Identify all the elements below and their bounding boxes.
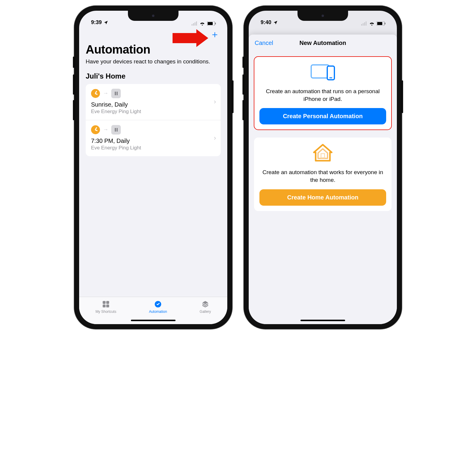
tab-label: Gallery	[200, 310, 211, 314]
tab-label: Automation	[149, 310, 167, 314]
tab-label: My Shortcuts	[95, 310, 116, 314]
home-indicator[interactable]	[131, 320, 176, 321]
svg-rect-6	[215, 23, 216, 24]
devices-icon	[309, 63, 336, 82]
svg-rect-2	[195, 22, 195, 26]
cellular-icon	[361, 21, 367, 26]
svg-rect-1	[193, 23, 194, 26]
location-icon	[273, 20, 278, 25]
svg-rect-13	[363, 23, 364, 26]
svg-rect-5	[208, 22, 213, 25]
personal-desc: Create an automation that runs on a pers…	[261, 88, 384, 103]
clock-icon	[91, 125, 100, 134]
home-automation-card: Create an automation that works for ever…	[254, 138, 392, 211]
mute-switch	[242, 57, 244, 68]
location-icon	[104, 20, 108, 25]
phone-frame-left: 9:39 ＋ Automation Have your devices reac…	[74, 6, 232, 329]
svg-rect-3	[196, 21, 197, 26]
volume-up-button	[242, 74, 244, 95]
create-personal-automation-button[interactable]: Create Personal Automation	[259, 108, 386, 124]
add-button[interactable]: ＋	[210, 29, 220, 39]
sheet-nav: Cancel New Automation	[249, 35, 397, 51]
page-subtitle: Have your devices react to changes in co…	[86, 58, 221, 65]
create-home-automation-button[interactable]: Create Home Automation	[259, 189, 386, 206]
svg-rect-19	[321, 154, 325, 158]
gallery-icon	[201, 300, 210, 308]
cellular-icon	[192, 21, 198, 26]
notch	[128, 11, 178, 21]
automation-title: Sunrise, Daily	[91, 101, 215, 108]
chevron-right-icon: ›	[214, 98, 216, 106]
status-time: 9:39	[91, 19, 102, 26]
automation-subtitle: Eve Energy Ping Light	[91, 109, 215, 115]
arrow-icon: →	[103, 90, 108, 96]
home-icon	[312, 143, 333, 164]
volume-up-button	[73, 74, 74, 95]
sheet-title: New Automation	[299, 40, 346, 46]
phone-frame-right: 9:40 Cancel New Automation Create	[244, 6, 402, 329]
cancel-button[interactable]: Cancel	[255, 40, 273, 46]
clock-icon	[91, 89, 100, 98]
side-button	[402, 80, 403, 113]
screen-left: 9:39 ＋ Automation Have your devices reac…	[79, 11, 227, 324]
status-time: 9:40	[261, 19, 271, 26]
svg-rect-18	[385, 23, 386, 24]
personal-automation-card: Create an automation that runs on a pers…	[254, 57, 392, 130]
sheet-content: Create an automation that runs on a pers…	[249, 51, 397, 216]
automation-row[interactable]: → 7:30 PM, Daily Eve Energy Ping Light ›	[86, 120, 221, 156]
svg-rect-7	[103, 301, 106, 304]
wifi-icon	[369, 21, 375, 26]
new-automation-sheet: Cancel New Automation Create an automati…	[249, 35, 397, 324]
screen-right: 9:40 Cancel New Automation Create	[249, 11, 397, 324]
chevron-right-icon: ›	[214, 134, 216, 142]
automation-tab-icon	[154, 300, 162, 308]
volume-down-button	[242, 100, 244, 120]
home-section-header: Juli's Home	[86, 72, 221, 80]
home-indicator[interactable]	[300, 320, 345, 321]
automation-row[interactable]: → Sunrise, Daily Eve Energy Ping Light ›	[86, 84, 221, 120]
nav-bar: ＋	[79, 27, 227, 42]
automation-title: 7:30 PM, Daily	[91, 138, 215, 144]
automations-list: → Sunrise, Daily Eve Energy Ping Light ›…	[86, 84, 221, 156]
home-desc: Create an automation that works for ever…	[261, 168, 384, 184]
grid-icon	[101, 300, 110, 308]
pause-icon	[111, 89, 121, 98]
arrow-icon: →	[103, 126, 108, 133]
svg-rect-14	[364, 22, 365, 26]
svg-rect-15	[366, 21, 367, 26]
volume-down-button	[73, 100, 74, 120]
notch	[298, 11, 348, 21]
tab-my-shortcuts[interactable]: My Shortcuts	[95, 300, 116, 324]
battery-icon	[377, 21, 386, 26]
svg-rect-8	[106, 301, 109, 304]
annotation-arrow	[173, 29, 208, 47]
svg-rect-0	[192, 24, 192, 26]
tab-gallery[interactable]: Gallery	[200, 300, 211, 324]
svg-rect-17	[377, 22, 382, 25]
wifi-icon	[199, 21, 205, 26]
svg-rect-12	[361, 24, 362, 26]
mute-switch	[73, 57, 74, 68]
side-button	[232, 80, 234, 113]
pause-icon	[111, 125, 121, 135]
svg-rect-10	[106, 304, 109, 307]
main-content: Automation Have your devices react to ch…	[79, 42, 227, 297]
battery-icon	[207, 21, 216, 26]
automation-subtitle: Eve Energy Ping Light	[91, 145, 215, 151]
svg-rect-9	[103, 304, 106, 307]
